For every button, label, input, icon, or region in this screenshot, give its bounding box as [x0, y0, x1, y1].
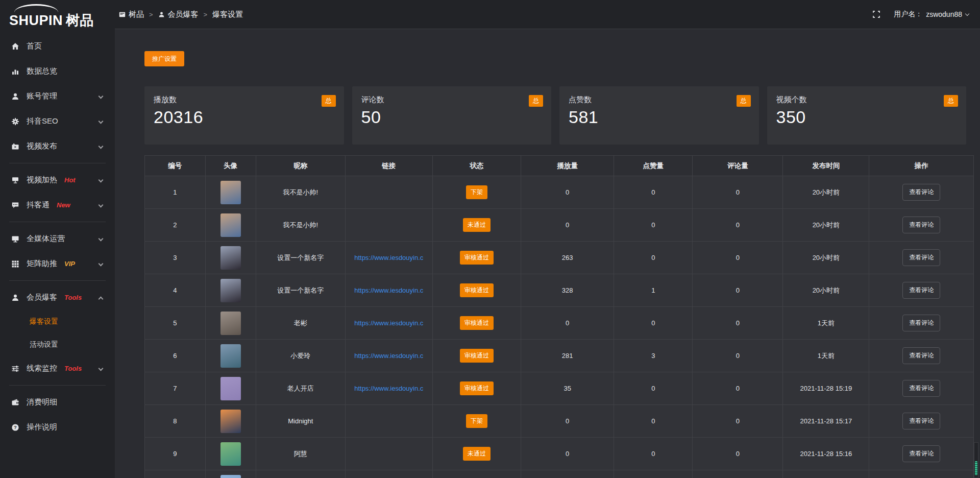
view-comments-button[interactable]: 查看评论 [902, 347, 940, 364]
video-link[interactable]: https://www.iesdouyin.c [349, 254, 429, 261]
sidebar-item-home[interactable]: 首页 [0, 34, 115, 59]
stat-card-value: 350 [776, 107, 958, 127]
sidebar-item-badge: Hot [64, 176, 76, 184]
table-row: 2我不是小帅!未通过00020小时前查看评论 [145, 209, 974, 242]
chart-bar-icon [11, 67, 19, 76]
nickname-cell: 老彬 [256, 307, 345, 340]
link-cell [346, 405, 433, 438]
main-content: 推广设置 播放数20316总评论数50总点赞数581总视频个数350总 编号头像… [115, 29, 980, 478]
avatar-cell [205, 242, 256, 274]
view-comments-button[interactable]: 查看评论 [902, 380, 940, 397]
row-id-cell: 9 [145, 438, 206, 470]
status-badge: 下架 [466, 185, 487, 199]
row-id-cell: 4 [145, 274, 206, 307]
stat-card-value: 20316 [154, 107, 335, 127]
status-badge: 未通过 [463, 218, 491, 232]
view-comments-button[interactable]: 查看评论 [902, 184, 940, 201]
status-cell: 审核通过 [432, 307, 521, 340]
status-cell [432, 470, 521, 478]
view-comments-button[interactable]: 查看评论 [902, 315, 940, 331]
sidebar-item-matrix-boost[interactable]: 矩阵助推VIP [0, 251, 115, 276]
sidebar-item-douketong[interactable]: 抖客通New [0, 193, 115, 218]
user-icon [158, 11, 165, 18]
svg-text:?: ? [14, 424, 17, 430]
sidebar-subitem-activity-settings[interactable]: 活动设置 [0, 333, 115, 356]
view-comments-button[interactable]: 查看评论 [902, 282, 940, 299]
video-link[interactable]: https://www.iesdouyin.c [349, 352, 429, 360]
sidebar-item-data-overview[interactable]: 数据总览 [0, 59, 115, 84]
column-header: 播放量 [521, 156, 614, 176]
likes-cell: 0 [614, 209, 693, 242]
sidebar-item-label: 账号管理 [27, 91, 57, 101]
sidebar-item-douyin-seo[interactable]: 抖音SEO [0, 109, 115, 134]
sidebar-item-badge: Tools [64, 365, 82, 372]
link-cell [346, 176, 433, 209]
column-header: 编号 [145, 156, 206, 176]
action-cell: 查看评论 [869, 274, 974, 307]
sidebar-item-operation-guide[interactable]: ?操作说明 [0, 415, 115, 440]
stat-card-label: 视频个数 [776, 95, 958, 105]
panel-icon [119, 11, 126, 18]
sidebar-item-video-heating[interactable]: 视频加热Hot [0, 168, 115, 193]
total-badge: 总 [737, 95, 751, 107]
status-cell: 下架 [432, 176, 521, 209]
action-cell: 查看评论 [869, 176, 974, 209]
view-comments-button[interactable]: 查看评论 [902, 413, 940, 429]
sidebar-item-video-publish[interactable]: 视频发布 [0, 134, 115, 159]
video-link[interactable]: https://www.iesdouyin.c [349, 385, 429, 392]
sidebar-item-label: 全媒体运营 [27, 234, 65, 244]
plays-cell: 0 [521, 405, 614, 438]
user-icon [11, 92, 19, 101]
status-badge: 审核通过 [460, 349, 494, 363]
publish-time-cell: 20小时前 [783, 242, 869, 274]
user-menu[interactable]: 用户名：zswodun88 [894, 10, 969, 19]
action-cell: 查看评论 [869, 307, 974, 340]
row-id-cell: 3 [145, 242, 206, 274]
comments-cell: 0 [693, 209, 783, 242]
chevron-down-icon [99, 261, 104, 267]
link-cell [346, 438, 433, 470]
grid-icon [11, 260, 19, 268]
video-link[interactable]: https://www.iesdouyin.c [349, 286, 429, 294]
avatar-cell [205, 405, 256, 438]
table-row: 3设置一个新名字https://www.iesdouyin.c审核通过26300… [145, 242, 974, 274]
view-comments-button[interactable]: 查看评论 [902, 249, 940, 266]
sidebar-divider [9, 222, 106, 222]
sidebar-item-account-management[interactable]: 账号管理 [0, 84, 115, 109]
promo-settings-button[interactable]: 推广设置 [144, 51, 184, 66]
avatar [220, 475, 241, 478]
sidebar-item-consumption-details[interactable]: 消费明细 [0, 390, 115, 415]
plays-cell [521, 470, 614, 478]
likes-cell: 0 [614, 405, 693, 438]
publish-time-cell: 1天前 [783, 340, 869, 372]
sidebar-item-clue-monitoring[interactable]: 线索监控Tools [0, 356, 115, 381]
fullscreen-icon[interactable] [872, 10, 880, 18]
videos-table: 编号头像昵称链接状态播放量点赞量评论量发布时间操作 1我不是小帅!下架00020… [144, 155, 974, 478]
avatar [220, 279, 241, 302]
status-cell: 审核通过 [432, 340, 521, 372]
view-comments-button[interactable]: 查看评论 [902, 445, 940, 462]
avatar-cell [205, 176, 256, 209]
sidebar-item-media-operations[interactable]: 全媒体运营 [0, 226, 115, 251]
member-icon [11, 294, 19, 302]
breadcrumb-item[interactable]: 树品 [119, 10, 144, 19]
likes-cell: 1 [614, 274, 693, 307]
breadcrumb-separator: > [149, 11, 153, 18]
stat-card: 点赞数581总 [559, 86, 759, 145]
sidebar-divider [9, 385, 106, 386]
column-header: 状态 [432, 156, 521, 176]
sidebar-item-member-baoke[interactable]: 会员爆客Tools [0, 285, 115, 310]
sidebar-subitem-baoke-settings[interactable]: 爆客设置 [0, 310, 115, 333]
video-link[interactable]: https://www.iesdouyin.c [349, 319, 429, 327]
heat-icon [11, 176, 19, 184]
scrollbar-thumb[interactable] [975, 461, 977, 475]
publish-time-cell [783, 470, 869, 478]
scrollbar-track[interactable] [974, 442, 978, 478]
table-row: 7老人开店https://www.iesdouyin.c审核通过35002021… [145, 372, 974, 405]
avatar [220, 442, 241, 466]
avatar [220, 246, 241, 270]
breadcrumb-item[interactable]: 会员爆客 [158, 10, 199, 19]
monitor-icon [11, 235, 19, 243]
view-comments-button[interactable]: 查看评论 [902, 217, 940, 233]
avatar-cell [205, 307, 256, 340]
